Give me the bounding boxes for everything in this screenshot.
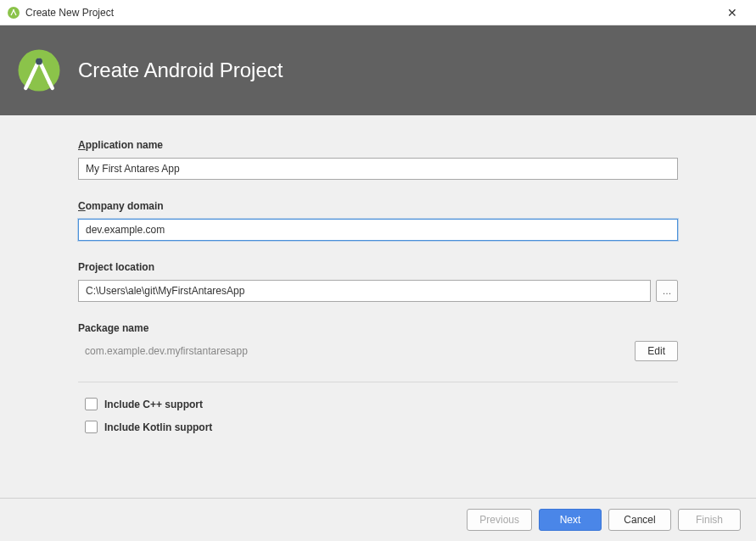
close-button[interactable]: ✕: [715, 1, 749, 25]
kotlin-support-row[interactable]: Include Kotlin support: [78, 421, 678, 433]
application-name-input[interactable]: [78, 158, 678, 180]
divider: [78, 382, 678, 382]
titlebar: Create New Project ✕: [0, 0, 756, 25]
kotlin-support-checkbox[interactable]: [85, 421, 98, 433]
cpp-support-checkbox[interactable]: [85, 398, 98, 410]
wizard-header: Create Android Project: [0, 25, 756, 115]
svg-point-3: [36, 59, 42, 65]
field-application-name: Application name: [78, 139, 678, 180]
cancel-button[interactable]: Cancel: [608, 509, 671, 531]
wizard-content: Application name Company domain Project …: [0, 115, 756, 498]
field-company-domain: Company domain: [78, 200, 678, 241]
kotlin-support-label: Include Kotlin support: [104, 421, 212, 433]
svg-point-2: [19, 50, 60, 92]
cpp-support-row[interactable]: Include C++ support: [78, 398, 678, 410]
field-project-location: Project location …: [78, 261, 678, 302]
wizard-title: Create Android Project: [78, 59, 283, 82]
project-location-input[interactable]: [78, 280, 651, 302]
svg-point-0: [8, 7, 20, 19]
android-studio-logo-icon: [15, 47, 63, 94]
company-domain-label: Company domain: [78, 200, 678, 212]
wizard-footer: Previous Next Cancel Finish: [0, 498, 756, 541]
cpp-support-label: Include C++ support: [104, 399, 203, 410]
edit-package-button[interactable]: Edit: [635, 341, 678, 361]
next-button[interactable]: Next: [539, 509, 602, 531]
company-domain-input[interactable]: [78, 219, 678, 241]
window-title: Create New Project: [25, 7, 715, 19]
previous-button[interactable]: Previous: [467, 509, 532, 531]
svg-point-1: [13, 9, 14, 11]
application-name-label: Application name: [78, 139, 678, 151]
project-location-label: Project location: [78, 261, 678, 273]
finish-button[interactable]: Finish: [678, 509, 741, 531]
package-name-label: Package name: [78, 322, 678, 334]
field-package-name: Package name com.example.dev.myfirstanta…: [78, 322, 678, 361]
browse-location-button[interactable]: …: [656, 280, 678, 302]
package-name-value: com.example.dev.myfirstantaresapp: [78, 342, 626, 360]
android-studio-icon: [7, 6, 20, 20]
